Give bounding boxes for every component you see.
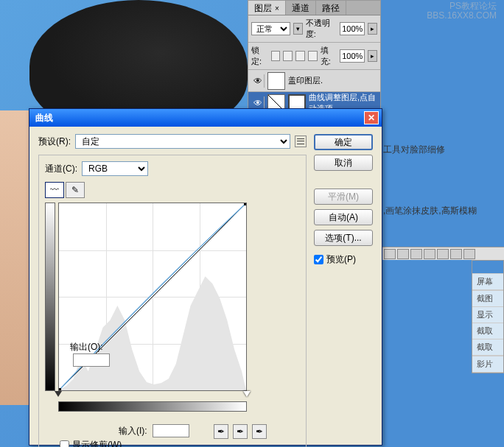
link-icon[interactable] <box>384 249 396 259</box>
watermark: PS教程论坛 BBS.16XX8.COM <box>427 1 497 21</box>
lock-row: 锁定: 填充: ▸ <box>248 43 380 70</box>
preset-label: 预设(R): <box>38 135 71 148</box>
layer-row[interactable]: 👁 盖印图层. <box>248 70 380 92</box>
panel-tabs: 图层× 通道 路径 <box>248 1 380 15</box>
adjustment-icon[interactable] <box>424 249 435 259</box>
black-point-slider[interactable] <box>55 391 62 397</box>
svg-rect-2 <box>59 388 61 390</box>
dialog-buttons: 确定 取消 平滑(M) 自动(A) 选项(T)... 预览(P) <box>314 134 373 447</box>
fill-arrow-icon[interactable]: ▸ <box>368 50 377 62</box>
menu-item[interactable]: 屏幕 <box>472 274 503 290</box>
blend-arrow-icon[interactable]: ▾ <box>293 23 303 35</box>
cancel-button[interactable]: 取消 <box>314 155 373 171</box>
dialog-title: 曲线 <box>35 112 364 124</box>
new-layer-icon[interactable] <box>450 249 462 259</box>
svg-rect-3 <box>244 203 246 205</box>
layers-panel: 图层× 通道 路径 正常 ▾ 不透明度: ▸ 锁定: 填充: ▸ 👁 盖印图层.… <box>248 0 381 115</box>
options-button[interactable]: 选项(T)... <box>314 230 373 246</box>
opacity-label: 不透明度: <box>306 18 337 40</box>
lock-transparency-icon[interactable] <box>271 51 281 61</box>
tab-paths[interactable]: 路径 <box>316 1 346 15</box>
menu-item[interactable]: 显示 <box>472 307 503 323</box>
opacity-input[interactable] <box>340 22 365 35</box>
output-input[interactable] <box>73 353 110 367</box>
tab-layers[interactable]: 图层× <box>248 1 286 15</box>
dialog-body: 预设(R): 自定 通道(C): RGB 〰 ✎ <box>29 127 382 447</box>
show-clipping-input[interactable] <box>60 440 69 447</box>
slider-track[interactable] <box>58 391 247 398</box>
black-eyedropper-icon[interactable]: ✒ <box>214 424 228 439</box>
menu-item[interactable]: 截取 <box>472 323 503 339</box>
curves-dialog: 曲线 ✕ 预设(R): 自定 通道(C): RGB 〰 <box>29 108 382 446</box>
ok-button[interactable]: 确定 <box>314 134 373 150</box>
preset-row: 预设(R): 自定 <box>38 134 307 149</box>
input-input[interactable] <box>153 424 189 437</box>
show-clipping-checkbox[interactable]: 显示修剪(W) <box>60 439 122 447</box>
tab-channels[interactable]: 通道 <box>286 1 316 15</box>
channel-label: 通道(C): <box>45 163 77 175</box>
lock-position-icon[interactable] <box>295 51 305 61</box>
menu-item[interactable]: 截图 <box>472 291 503 307</box>
watermark-line2: BBS.16XX8.COM <box>427 11 497 21</box>
channel-select[interactable]: RGB <box>82 161 148 176</box>
white-point-slider[interactable] <box>243 391 251 397</box>
input-label: 输入(I): <box>119 425 147 437</box>
channel-row: 通道(C): RGB <box>45 161 300 176</box>
close-icon[interactable]: × <box>275 4 279 13</box>
lock-pixels-icon[interactable] <box>283 51 293 61</box>
curve-pencil-tool-icon[interactable]: ✎ <box>66 182 85 198</box>
auto-button[interactable]: 自动(A) <box>314 209 373 225</box>
visibility-eye-icon[interactable]: 👁 <box>251 74 265 88</box>
dialog-left: 预设(R): 自定 通道(C): RGB 〰 ✎ <box>38 134 307 447</box>
lock-all-icon[interactable] <box>308 51 318 61</box>
white-eyedropper-icon[interactable]: ✒ <box>252 424 267 439</box>
layer-thumbnail[interactable] <box>267 72 285 90</box>
dialog-titlebar[interactable]: 曲线 ✕ <box>29 109 382 127</box>
menu-item[interactable]: 影片 <box>472 356 503 373</box>
horizontal-gradient <box>58 401 247 412</box>
opacity-arrow-icon[interactable]: ▸ <box>368 23 377 35</box>
preset-select[interactable]: 自定 <box>75 134 290 149</box>
menu-item[interactable]: 截取 <box>472 339 503 356</box>
vertical-gradient <box>45 203 55 391</box>
fx-icon[interactable] <box>397 249 409 259</box>
close-button[interactable]: ✕ <box>364 111 379 124</box>
blend-row: 正常 ▾ 不透明度: ▸ <box>248 15 380 43</box>
preview-input[interactable] <box>314 255 323 264</box>
mask-icon[interactable] <box>410 249 422 259</box>
gray-eyedropper-icon[interactable]: ✒ <box>233 424 248 439</box>
eyedropper-group: ✒ ✒ ✒ <box>214 424 267 439</box>
output-label: 输出(O): <box>70 341 110 367</box>
lock-label: 锁定: <box>251 45 268 67</box>
annotation-text: ,画笔涂抹皮肤,高斯模糊 <box>383 205 477 217</box>
preset-menu-icon[interactable] <box>295 135 307 147</box>
side-context-menu: 屏幕 截图 显示 截取 截取 影片 <box>472 260 504 373</box>
curve-point-tool-icon[interactable]: 〰 <box>45 182 64 198</box>
smooth-button: 平滑(M) <box>314 189 373 205</box>
group-icon[interactable] <box>437 249 449 259</box>
layer-name: 盖印图层. <box>288 75 377 86</box>
fill-label: 填充: <box>321 45 337 67</box>
visibility-eye-icon[interactable]: 👁 <box>251 96 265 110</box>
annotation-text: 工具对脸部细修 <box>383 144 445 156</box>
menu-header <box>472 261 503 274</box>
channel-group: 通道(C): RGB 〰 ✎ <box>38 155 307 447</box>
panel-footer-icons <box>381 247 504 260</box>
input-row: 输入(I): ✒ ✒ ✒ 显示修剪(W) <box>45 416 300 447</box>
preview-checkbox[interactable]: 预览(P) <box>314 253 373 266</box>
curve-tool-buttons: 〰 ✎ <box>45 182 300 198</box>
trash-icon[interactable] <box>463 249 475 259</box>
blend-mode-select[interactable]: 正常 <box>251 22 290 35</box>
fill-input[interactable] <box>340 49 365 63</box>
layers-list: 👁 盖印图层. 👁 曲线调整图层,点自动选项 <box>248 70 380 114</box>
